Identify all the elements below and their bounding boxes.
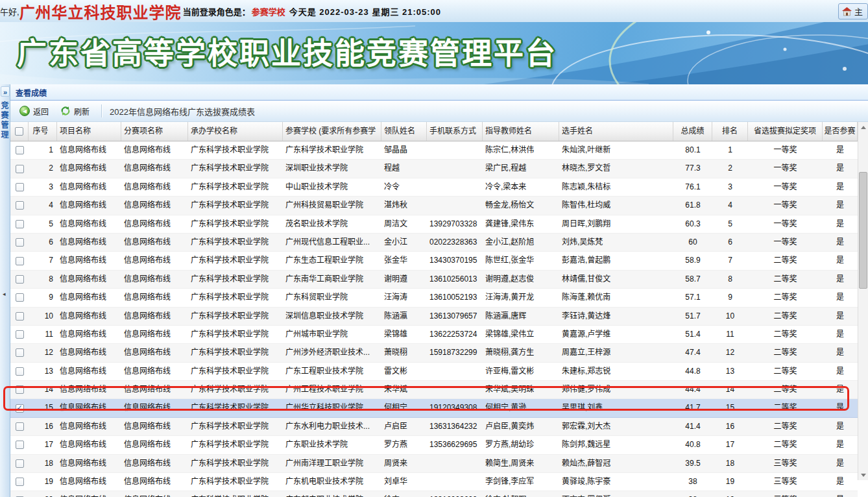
column-header-sub_event[interactable]: 分赛项名称 — [121, 122, 188, 141]
row-checkbox[interactable] — [16, 165, 24, 173]
table-row[interactable]: 4信息网络布线信息网络布线广东科学技术职业学院广州科技贸易职业学院湛炜秋畅金龙,… — [10, 197, 858, 215]
row-checkbox[interactable] — [16, 404, 24, 413]
row-checkbox[interactable] — [16, 330, 24, 339]
cell-players: 郑伟健,罗伟成 — [559, 381, 673, 398]
table-row[interactable]: 15信息网络布线信息网络布线广东科学技术职业学院广州华立科技职业学院何相宁191… — [10, 399, 858, 417]
refresh-button[interactable]: 刷新 — [56, 104, 93, 119]
table-row[interactable]: 17信息网络布线信息网络布线广东科学技术职业学院广东职业技术学院罗方燕13536… — [10, 436, 858, 454]
table-row[interactable]: 2信息网络布线信息网络布线广东科学技术职业学院深圳职业技术学院程越梁广民,程越林… — [10, 160, 858, 178]
table-row[interactable]: 18信息网络布线信息网络布线广东科学技术职业学院广州南洋理工职业学院周贤来赖简生… — [10, 455, 858, 473]
column-header-phone[interactable]: 手机联系方式 — [427, 122, 483, 141]
table-row[interactable]: 20信息网络布线信息网络布线广东科学技术职业学院广东邮电职业技术学院徐杰1331… — [10, 491, 858, 497]
column-header-leader[interactable]: 领队姓名 — [381, 122, 427, 141]
cell-players: 郭宏霖,刘大杰 — [559, 418, 673, 435]
cell-school: 深圳职业技术学院 — [283, 160, 381, 177]
cell-participate: 是 — [823, 160, 858, 177]
row-checkbox[interactable] — [16, 275, 24, 284]
column-header-rank[interactable]: 排名 — [712, 122, 748, 141]
cell-no: 2 — [29, 160, 57, 177]
cell-phone: 13613079657 — [427, 308, 483, 325]
cell-players: 刘炜,吴炼梵 — [559, 234, 673, 251]
row-checkbox[interactable] — [16, 385, 24, 394]
table-row[interactable]: 12信息网络布线信息网络布线广东科学技术职业学院广州涉外经济职业技术...萧晓栩… — [10, 344, 858, 362]
cell-school: 广州涉外经济职业技术... — [283, 344, 381, 361]
row-checkbox[interactable] — [16, 220, 24, 228]
home-button[interactable]: 主 — [838, 3, 868, 19]
column-header-score[interactable]: 总成绩 — [673, 122, 712, 141]
row-checkbox[interactable] — [16, 459, 24, 468]
cell-participate: 是 — [823, 473, 858, 491]
table-row[interactable]: 13信息网络布线信息网络布线广东科学技术职业学院广东工程职业技术学院雷文彬许亚梅… — [10, 363, 858, 381]
row-checkbox[interactable] — [16, 312, 24, 321]
cell-rank: 3 — [712, 178, 748, 196]
table-row[interactable]: 11信息网络布线信息网络布线广东科学技术职业学院广州城市职业学院梁锦雄13622… — [10, 326, 858, 344]
cell-teachers: 罗方燕,胡幼珍 — [483, 436, 559, 454]
row-checkbox[interactable] — [16, 367, 24, 376]
cell-project: 信息网络布线 — [57, 252, 121, 269]
row-checkbox[interactable] — [16, 348, 24, 357]
column-header-project[interactable]: 项目名称 — [57, 122, 121, 141]
column-header-award[interactable]: 省选拔赛拟定奖项 — [748, 122, 823, 141]
row-checkbox-cell — [10, 436, 29, 454]
cell-phone: 13316003600 — [427, 491, 483, 497]
select-all-checkbox[interactable] — [15, 127, 23, 136]
column-header-host_school[interactable]: 承办学校名称 — [188, 122, 283, 141]
cell-teachers: 金小江,赵阶旭 — [483, 234, 559, 251]
column-header-school[interactable]: 参赛学校 (要求所有参赛学 — [283, 122, 381, 141]
cell-project: 信息网络布线 — [57, 455, 121, 472]
table-row[interactable]: 19信息网络布线信息网络布线广东科学技术职业学院广东机电职业技术学院刘卓华李剑锋… — [10, 473, 858, 491]
row-checkbox[interactable] — [16, 293, 24, 302]
row-checkbox[interactable] — [16, 441, 24, 449]
cell-rank: 6 — [712, 234, 748, 251]
column-header-participate[interactable]: 是否参赛 — [823, 122, 858, 141]
sidebar-collapse-handle-icon[interactable]: ◂ — [3, 291, 6, 297]
table-row[interactable]: 16信息网络布线信息网络布线广东科学技术职业学院广东水利电力职业技术...卢启臣… — [10, 418, 858, 436]
table-row[interactable]: 1信息网络布线信息网络布线广东科学技术职业学院广东科学技术职业学院邹晶晶陈宗仁,… — [10, 141, 858, 160]
table-row[interactable]: 6信息网络布线信息网络布线广东科学技术职业学院广州现代信息工程职业...金小江0… — [10, 234, 858, 252]
cell-participate: 是 — [823, 197, 858, 214]
row-checkbox-cell — [10, 252, 29, 269]
collapsed-sidebar: » 竞赛管理 ◂ — [0, 84, 10, 497]
cell-score: 57.1 — [673, 289, 712, 306]
table-row[interactable]: 7信息网络布线信息网络布线广东科学技术职业学院广东生态工程职业学院张金华1343… — [10, 252, 858, 270]
table-row[interactable]: 3信息网络布线信息网络布线广东科学技术职业学院中山职业技术学院冷令冷令,梁本来陈… — [10, 178, 858, 197]
row-checkbox[interactable] — [16, 146, 24, 154]
table-row[interactable]: 5信息网络布线信息网络布线广东科学技术职业学院茂名职业技术学院周洁文139297… — [10, 215, 858, 234]
cell-players: 李钰诗,黄达烽 — [559, 308, 673, 325]
table-row[interactable]: 9信息网络布线信息网络布线广东科学技术职业学院广东科贸职业学院汪海涛136100… — [10, 289, 858, 307]
cell-no: 17 — [29, 436, 57, 454]
column-header-teachers[interactable]: 指导教师姓名 — [483, 122, 559, 141]
cell-sub_event: 信息网络布线 — [121, 344, 188, 361]
scrollbar-thumb[interactable] — [859, 172, 867, 289]
cell-participate: 是 — [823, 271, 858, 288]
scroll-down-button[interactable] — [858, 470, 868, 480]
column-header-players[interactable]: 选手姓名 — [559, 122, 673, 141]
cell-award: 二等奖 — [748, 271, 823, 288]
row-checkbox[interactable] — [16, 422, 24, 431]
cell-no: 15 — [29, 399, 57, 417]
column-header-no[interactable]: 序号 — [29, 122, 57, 141]
sidebar-expand-button[interactable]: » — [1, 86, 10, 97]
back-button[interactable]: ◀ 返回 — [16, 104, 53, 119]
cell-sub_event: 信息网络布线 — [121, 418, 188, 435]
row-checkbox[interactable] — [16, 478, 24, 486]
row-checkbox[interactable] — [16, 201, 24, 210]
scroll-up-button[interactable] — [858, 122, 868, 132]
cell-leader: 谢明遵 — [381, 271, 427, 288]
cell-leader: 雷文彬 — [381, 363, 427, 380]
table-row[interactable]: 14信息网络布线信息网络布线广东科学技术职业学院广州工程技术职业学院宋华斌宋华斌… — [10, 381, 858, 399]
row-checkbox-cell — [10, 381, 29, 398]
table-row[interactable]: 10信息网络布线信息网络布线广东科学技术职业学院深圳信息职业技术学院陈涵瀛136… — [10, 308, 858, 326]
tab-view-scores[interactable]: 查看成绩 — [16, 87, 47, 98]
cell-phone: 19120349308 — [427, 399, 483, 417]
cell-phone: 13622253724 — [427, 326, 483, 343]
row-checkbox[interactable] — [16, 257, 24, 265]
cell-teachers: 许亚梅,雷文彬 — [483, 363, 559, 380]
cell-participate: 是 — [823, 178, 858, 196]
row-checkbox[interactable] — [16, 238, 24, 247]
cell-host_school: 广东科学技术职业学院 — [188, 197, 283, 214]
cell-teachers: 陈涵瀛,唐辉 — [483, 308, 559, 325]
cell-no: 10 — [29, 308, 57, 325]
table-row[interactable]: 8信息网络布线信息网络布线广东科学技术职业学院广东南华工商职业学院谢明遵1361… — [10, 271, 858, 289]
row-checkbox[interactable] — [16, 183, 24, 191]
